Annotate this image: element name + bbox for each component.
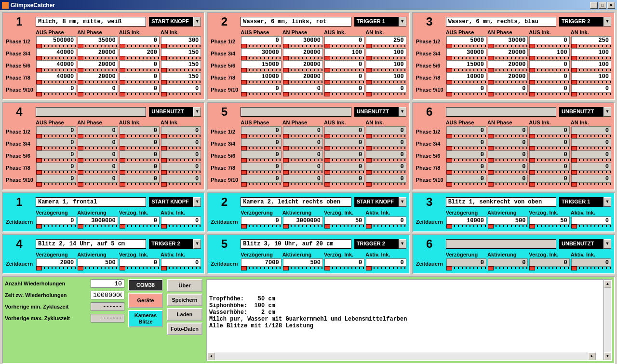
camera-5-c1[interactable] — [283, 258, 323, 267]
device-3-r2-c0[interactable] — [446, 60, 486, 68]
device-3-r4-c3[interactable] — [571, 84, 611, 93]
minimize-button[interactable]: _ — [590, 2, 598, 9]
camera-3-c0[interactable] — [446, 216, 486, 225]
device-3-r0-c0[interactable] — [446, 36, 486, 44]
camera-3-c3[interactable] — [571, 216, 611, 225]
camera-1-c1[interactable] — [78, 216, 118, 225]
device-1-r1-c0[interactable] — [36, 48, 76, 56]
device-1-r1-c1[interactable] — [78, 48, 118, 56]
camera-3-c1[interactable] — [488, 216, 528, 225]
device-trigger-combo[interactable]: UNBENUTZT ▼ — [149, 107, 201, 117]
scroll-up-icon[interactable]: ▲ — [604, 280, 611, 288]
device-desc-input[interactable] — [36, 107, 146, 117]
device-1-r4-c2[interactable] — [120, 84, 160, 93]
device-3-r1-c1[interactable] — [488, 48, 528, 56]
device-3-r2-c3[interactable] — [571, 60, 611, 68]
camera-desc-input[interactable] — [36, 239, 146, 249]
device-2-r0-c0[interactable] — [241, 36, 281, 44]
kameras-blitze-button[interactable]: Kameras Blitze — [128, 310, 163, 327]
camera-2-c3[interactable] — [366, 216, 406, 225]
device-2-r0-c2[interactable] — [324, 36, 364, 44]
device-2-r1-c1[interactable] — [283, 48, 323, 56]
maximize-button[interactable]: □ — [599, 2, 606, 9]
device-3-r0-c3[interactable] — [571, 36, 611, 44]
camera-1-c2[interactable] — [120, 216, 160, 225]
device-desc-input[interactable] — [36, 17, 146, 27]
device-trigger-combo[interactable]: TRIGGER 1 ▼ — [354, 17, 406, 27]
device-3-r4-c0[interactable] — [446, 84, 486, 93]
device-2-r0-c1[interactable] — [283, 36, 323, 44]
notes-area[interactable]: Tropfhöhe: 50 cm Siphonhöhe: 100 cm Wass… — [207, 280, 604, 360]
camera-1-c3[interactable] — [161, 216, 201, 225]
scroll-left-icon[interactable]: ◄ — [207, 352, 215, 360]
camera-desc-input[interactable] — [241, 197, 351, 207]
device-trigger-combo[interactable]: TRIGGER 2 ▼ — [559, 17, 611, 27]
device-1-r3-c3[interactable] — [161, 72, 201, 81]
device-2-r1-c3[interactable] — [366, 48, 406, 56]
device-1-r2-c2[interactable] — [120, 60, 160, 68]
notes-hscroll[interactable]: ◄ ► — [207, 352, 596, 360]
device-2-r3-c0[interactable] — [241, 72, 281, 81]
device-2-r0-c3[interactable] — [366, 36, 406, 44]
device-3-r2-c1[interactable] — [488, 60, 528, 68]
device-2-r4-c3[interactable] — [366, 84, 406, 93]
device-2-r3-c1[interactable] — [283, 72, 323, 81]
device-1-r2-c0[interactable] — [36, 60, 76, 68]
device-3-r0-c1[interactable] — [488, 36, 528, 44]
device-1-r2-c3[interactable] — [161, 60, 201, 68]
camera-3-c2[interactable] — [529, 216, 569, 225]
device-3-r1-c3[interactable] — [571, 48, 611, 56]
device-1-r1-c2[interactable] — [120, 48, 160, 56]
device-trigger-combo[interactable]: START KNOPF ▼ — [149, 17, 201, 27]
device-trigger-combo[interactable]: UNBENUTZT ▼ — [354, 107, 406, 117]
device-3-r3-c1[interactable] — [488, 72, 528, 81]
camera-2-c2[interactable] — [324, 216, 364, 225]
camera-4-c2[interactable] — [120, 258, 160, 267]
repeat-time-input[interactable] — [91, 291, 124, 299]
geraete-button[interactable]: Geräte — [128, 293, 163, 308]
close-button[interactable]: ✕ — [607, 2, 615, 9]
device-3-r0-c2[interactable] — [529, 36, 569, 44]
camera-trigger-combo[interactable]: TRIGGER 2 ▼ — [354, 239, 406, 249]
device-3-r4-c2[interactable] — [529, 84, 569, 93]
device-desc-input[interactable] — [241, 107, 351, 117]
laden-button[interactable]: Laden — [167, 308, 202, 321]
camera-trigger-combo[interactable]: UNBENUTZT ▼ — [559, 239, 611, 249]
device-desc-input[interactable] — [446, 107, 556, 117]
camera-desc-input[interactable] — [36, 197, 146, 207]
camera-4-c1[interactable] — [78, 258, 118, 267]
camera-2-c1[interactable] — [283, 216, 323, 225]
device-2-r2-c1[interactable] — [283, 60, 323, 68]
device-2-r2-c2[interactable] — [324, 60, 364, 68]
camera-trigger-combo[interactable]: START KNOPF ▼ — [354, 197, 406, 207]
device-2-r4-c2[interactable] — [324, 84, 364, 93]
camera-trigger-combo[interactable]: START KNOPF ▼ — [149, 197, 201, 207]
camera-2-c0[interactable] — [241, 216, 281, 225]
device-2-r4-c1[interactable] — [283, 84, 323, 93]
camera-desc-input[interactable] — [446, 197, 556, 207]
ueber-button[interactable]: Über — [167, 279, 202, 292]
device-1-r4-c3[interactable] — [161, 84, 201, 93]
camera-5-c3[interactable] — [366, 258, 406, 267]
device-3-r3-c3[interactable] — [571, 72, 611, 81]
com-port-button[interactable]: COM38 — [128, 279, 163, 291]
device-1-r0-c1[interactable] — [78, 36, 118, 44]
device-2-r1-c2[interactable] — [324, 48, 364, 56]
device-1-r3-c2[interactable] — [120, 72, 160, 81]
camera-1-c0[interactable] — [36, 216, 76, 225]
fotodaten-button[interactable]: Foto-Daten — [167, 323, 202, 335]
device-3-r3-c0[interactable] — [446, 72, 486, 81]
camera-4-c0[interactable] — [36, 258, 76, 267]
device-1-r4-c1[interactable] — [78, 84, 118, 93]
device-1-r2-c1[interactable] — [78, 60, 118, 68]
device-3-r4-c1[interactable] — [488, 84, 528, 93]
device-2-r2-c0[interactable] — [241, 60, 281, 68]
device-2-r1-c0[interactable] — [241, 48, 281, 56]
camera-4-c3[interactable] — [161, 258, 201, 267]
repeat-count-input[interactable] — [91, 279, 124, 288]
device-1-r0-c3[interactable] — [161, 36, 201, 44]
device-1-r1-c3[interactable] — [161, 48, 201, 56]
device-1-r4-c0[interactable] — [36, 84, 76, 93]
camera-trigger-combo[interactable]: TRIGGER 2 ▼ — [149, 239, 201, 249]
camera-trigger-combo[interactable]: TRIGGER 1 ▼ — [559, 197, 611, 207]
